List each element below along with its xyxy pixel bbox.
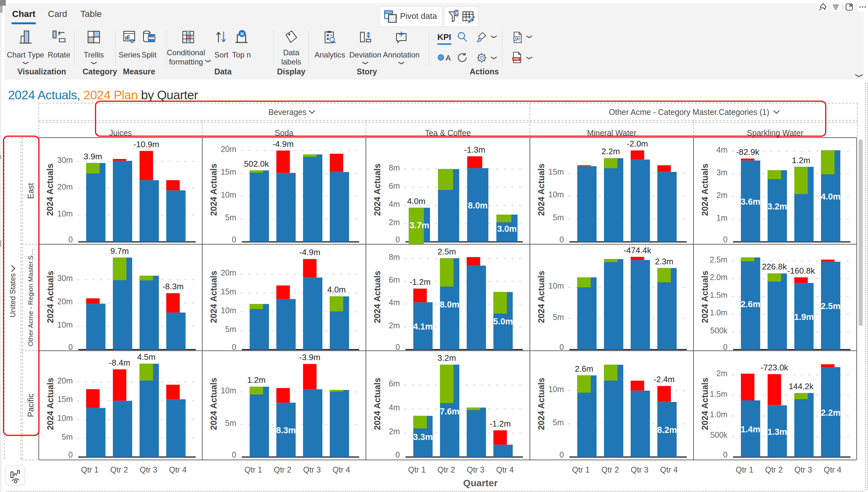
svg-text:15m: 15m <box>221 287 236 296</box>
svg-text:5m: 5m <box>225 419 236 427</box>
svg-text:Pacific: Pacific <box>26 394 35 417</box>
svg-text:2024 Actuals: 2024 Actuals <box>536 271 546 323</box>
svg-text:-8.4m: -8.4m <box>109 358 130 368</box>
svg-text:4m: 4m <box>389 403 400 412</box>
svg-text:-2.0m: -2.0m <box>627 139 648 148</box>
svg-text:Qtr 4: Qtr 4 <box>169 465 187 474</box>
svg-text:6m: 6m <box>389 181 400 190</box>
svg-text:Qtr 1: Qtr 1 <box>736 465 754 474</box>
svg-text:3.2m: 3.2m <box>767 202 787 211</box>
svg-text:East: East <box>26 183 35 199</box>
svg-text:PDF: PDF <box>514 57 519 61</box>
svg-text:4m: 4m <box>389 200 400 208</box>
svg-text:6m: 6m <box>389 275 400 284</box>
svg-text:4m: 4m <box>716 145 728 154</box>
svg-text:20m: 20m <box>57 182 73 191</box>
svg-text:5m: 5m <box>553 418 564 427</box>
svg-text:Qtr 4: Qtr 4 <box>333 465 350 474</box>
svg-text:2024 Actuals: 2024 Actuals <box>46 271 55 323</box>
svg-text:4m: 4m <box>389 298 400 307</box>
svg-text:Qtr 1: Qtr 1 <box>244 465 262 474</box>
svg-text:Qtr 3: Qtr 3 <box>303 465 321 474</box>
svg-text:10m: 10m <box>221 306 236 315</box>
svg-text:4.1m: 4.1m <box>413 322 433 331</box>
svg-text:-4.9m: -4.9m <box>299 247 320 257</box>
svg-text:1.9m: 1.9m <box>794 312 814 322</box>
svg-text:2.6m: 2.6m <box>575 364 593 373</box>
svg-text:500k: 500k <box>710 326 728 335</box>
svg-text:2m: 2m <box>716 369 728 378</box>
svg-text:1.4m: 1.4m <box>741 425 761 434</box>
svg-text:5m: 5m <box>553 213 564 222</box>
svg-text:-160.8k: -160.8k <box>787 266 815 275</box>
svg-text:3.6m: 3.6m <box>741 197 761 206</box>
svg-text:Qtr 4: Qtr 4 <box>660 465 678 474</box>
svg-text:10m: 10m <box>57 414 73 422</box>
svg-text:0: 0 <box>396 235 400 244</box>
svg-text:20m: 20m <box>57 297 73 306</box>
svg-text:2.6m: 2.6m <box>741 299 761 309</box>
svg-text:0: 0 <box>68 343 73 351</box>
svg-text:5m: 5m <box>61 432 73 441</box>
svg-text:8m: 8m <box>389 163 400 172</box>
svg-text:2.0m: 2.0m <box>710 273 728 281</box>
svg-text:Other Acme - Category Master.C: Other Acme - Category Master.Categories … <box>609 107 769 117</box>
svg-text:Qtr 3: Qtr 3 <box>631 465 649 474</box>
svg-text:2.5m: 2.5m <box>710 255 728 264</box>
svg-text:15m: 15m <box>548 167 564 176</box>
svg-text:Qtr 2: Qtr 2 <box>601 465 619 474</box>
svg-text:2024 Actuals: 2024 Actuals <box>46 378 55 430</box>
svg-text:1.5m: 1.5m <box>710 390 728 398</box>
svg-text:8.2m: 8.2m <box>657 425 677 435</box>
svg-text:-1.3m: -1.3m <box>464 145 485 154</box>
svg-text:0: 0 <box>396 450 400 459</box>
svg-text:1.3m: 1.3m <box>767 427 787 437</box>
svg-text:-474.4k: -474.4k <box>624 246 652 255</box>
svg-text:6m: 6m <box>389 379 400 388</box>
svg-text:-82.9k: -82.9k <box>736 147 760 157</box>
svg-text:2m: 2m <box>389 427 400 436</box>
svg-text:1.5m: 1.5m <box>710 291 728 299</box>
svg-text:3.3m: 3.3m <box>413 432 433 442</box>
svg-text:7.6m: 7.6m <box>440 407 460 416</box>
svg-text:10m: 10m <box>548 190 564 199</box>
svg-text:10m: 10m <box>221 190 236 199</box>
svg-text:Qtr 3: Qtr 3 <box>794 465 812 474</box>
svg-text:2024 Actuals: 2024 Actuals <box>373 378 382 430</box>
svg-text:3.9m: 3.9m <box>84 152 102 161</box>
svg-text:2024 Actuals: 2024 Actuals <box>700 271 710 323</box>
svg-text:5m: 5m <box>553 313 564 321</box>
svg-text:Qtr 4: Qtr 4 <box>496 465 514 474</box>
svg-text:2m: 2m <box>389 321 400 330</box>
svg-text:20m: 20m <box>221 268 236 277</box>
svg-text:1.0m: 1.0m <box>710 410 728 419</box>
svg-text:0: 0 <box>68 235 73 244</box>
svg-text:Qtr 2: Qtr 2 <box>274 465 292 474</box>
svg-text:10m: 10m <box>548 281 564 290</box>
svg-text:30m: 30m <box>57 155 73 165</box>
svg-text:3.2m: 3.2m <box>438 353 456 363</box>
svg-text:3.7m: 3.7m <box>410 221 429 230</box>
svg-text:2.2m: 2.2m <box>602 147 620 156</box>
svg-text:9.7m: 9.7m <box>110 246 129 256</box>
svg-text:United States: United States <box>9 273 17 317</box>
svg-text:A: A <box>446 54 451 62</box>
svg-text:8.0m: 8.0m <box>468 201 488 211</box>
svg-text:2024 Actuals: 2024 Actuals <box>536 164 546 216</box>
svg-text:2m: 2m <box>389 218 400 227</box>
svg-text:2m: 2m <box>716 191 728 200</box>
svg-text:2.5m: 2.5m <box>821 301 841 311</box>
svg-text:2024 Actuals: 2024 Actuals <box>46 164 55 216</box>
svg-text:0: 0 <box>723 235 728 244</box>
svg-text:0: 0 <box>723 450 728 459</box>
svg-text:15m: 15m <box>221 167 236 176</box>
svg-text:Beverages: Beverages <box>268 107 307 117</box>
svg-text:Qtr 3: Qtr 3 <box>467 465 484 474</box>
svg-text:502.0k: 502.0k <box>244 159 269 169</box>
svg-text:10m: 10m <box>57 209 73 218</box>
svg-text:10m: 10m <box>57 320 73 329</box>
svg-text:0: 0 <box>396 343 400 351</box>
svg-text:1.0m: 1.0m <box>710 308 728 317</box>
svg-text:N: N <box>240 31 244 36</box>
svg-text:8m: 8m <box>389 252 400 262</box>
